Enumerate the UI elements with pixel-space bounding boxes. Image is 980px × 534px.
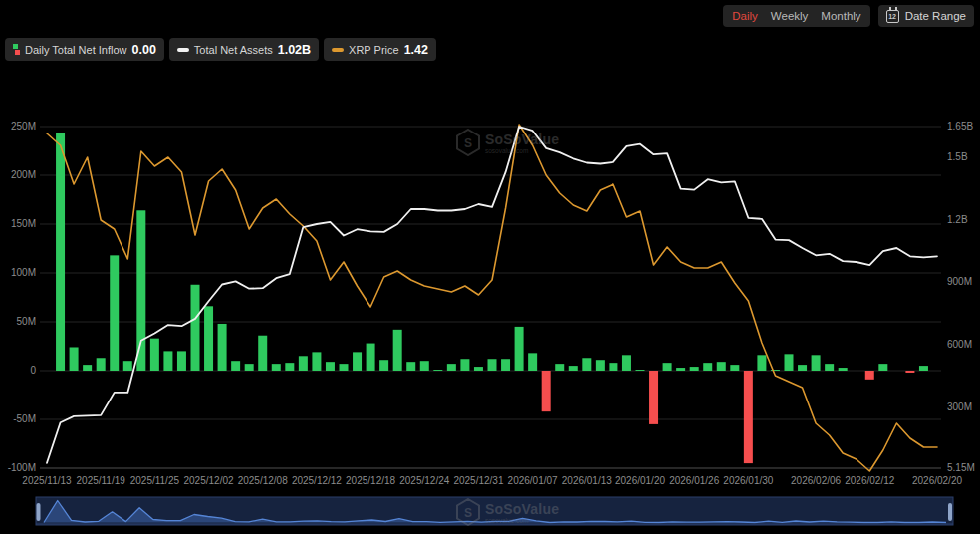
period-controls: Daily Weekly Monthly 12 Date Range [723, 5, 974, 27]
right-axis-label: 900M [947, 276, 972, 287]
inflow-bar-positive [825, 364, 834, 371]
inflow-bar-negative [744, 371, 753, 463]
combo-chart: 250M200M150M100M50M0-50M-100M1.65B1.5B1.… [0, 0, 980, 534]
right-axis-label: 1.65B [947, 121, 973, 132]
x-axis-date-label: 2025/11/19 [77, 475, 126, 486]
inflow-bar-positive [326, 362, 335, 371]
inflow-bar-positive [406, 362, 415, 371]
left-axis-label: -50M [13, 413, 36, 424]
inflow-bar-positive [501, 359, 510, 371]
legend-label: Daily Total Net Inflow [25, 44, 127, 56]
inflow-bar-positive [97, 358, 106, 371]
inflow-bar-positive [204, 306, 213, 371]
orange-line-icon [332, 48, 344, 52]
inflow-bar-positive [393, 330, 402, 371]
legend-label: XRP Price [349, 44, 399, 56]
navigator-left-handle[interactable] [37, 503, 41, 521]
x-axis-date-label: 2025/12/24 [399, 475, 449, 486]
inflow-bar-positive [798, 365, 807, 371]
inflow-bar-negative [865, 371, 874, 380]
date-range-label: Date Range [905, 10, 966, 22]
x-axis-date-label: 2025/12/18 [346, 475, 395, 486]
x-axis-date-label: 2026/02/06 [791, 475, 841, 486]
inflow-bar-positive [312, 352, 321, 371]
inflow-bar-positive [757, 355, 766, 371]
inflow-bar-positive [528, 353, 537, 371]
x-axis-date-label: 2026/01/30 [723, 475, 773, 486]
navigator-right-handle[interactable] [948, 503, 952, 521]
inflow-bar-positive [596, 360, 605, 371]
inflow-bar-positive [433, 370, 442, 371]
inflow-bar-positive [878, 364, 887, 371]
inflow-bar-positive [717, 362, 726, 371]
inflow-bar-positive [218, 324, 227, 371]
right-axis-label: 5.15M [947, 462, 975, 473]
inflow-bars-icon [13, 44, 20, 55]
date-range-button[interactable]: 12 Date Range [878, 5, 974, 27]
legend-value: 0.00 [132, 43, 156, 57]
inflow-bar-negative [649, 371, 658, 424]
x-axis-date-label: 2026/01/26 [669, 475, 719, 486]
chart-legend: Daily Total Net Inflow 0.00 Total Net As… [5, 38, 436, 61]
inflow-bar-positive [340, 364, 349, 371]
inflow-bar-positive [609, 363, 617, 371]
inflow-bar-positive [299, 356, 308, 371]
x-axis-date-label: 2026/02/12 [845, 475, 894, 486]
left-axis-label: 50M [17, 316, 36, 327]
right-axis-label: 300M [947, 401, 972, 412]
inflow-bar-positive [839, 368, 848, 371]
left-axis-label: 100M [11, 267, 36, 278]
inflow-bar-positive [730, 365, 739, 371]
inflow-bar-positive [136, 210, 145, 371]
inflow-bar-positive [110, 255, 119, 371]
tab-monthly[interactable]: Monthly [821, 8, 860, 24]
inflow-bar-negative [542, 371, 551, 411]
legend-daily-net-inflow[interactable]: Daily Total Net Inflow 0.00 [5, 38, 164, 61]
inflow-bar-negative [905, 371, 914, 373]
period-tab-group: Daily Weekly Monthly [723, 5, 869, 27]
inflow-bar-positive [163, 351, 172, 371]
inflow-bar-positive [56, 134, 65, 371]
inflow-bar-positive [245, 364, 254, 371]
x-axis-date-label: 2026/01/20 [615, 475, 665, 486]
legend-xrp-price[interactable]: XRP Price 1.42 [324, 38, 436, 61]
tab-daily[interactable]: Daily [732, 8, 758, 24]
legend-total-net-assets[interactable]: Total Net Assets 1.02B [169, 38, 319, 61]
inflow-bar-positive [447, 364, 456, 371]
legend-value: 1.02B [278, 43, 311, 57]
inflow-bar-positive [379, 360, 388, 371]
inflow-bar-positive [555, 364, 564, 371]
left-axis-label: 200M [11, 169, 36, 180]
inflow-bar-positive [582, 358, 591, 371]
calendar-icon: 12 [886, 10, 899, 23]
left-axis-label: 250M [11, 121, 36, 132]
x-axis-date-label: 2026/02/20 [912, 475, 962, 486]
inflow-bar-positive [83, 365, 92, 371]
left-axis-label: 0 [30, 365, 36, 376]
tab-weekly[interactable]: Weekly [771, 8, 809, 24]
inflow-bar-positive [676, 368, 685, 371]
inflow-bar-positive [663, 363, 672, 371]
x-axis-date-label: 2025/12/12 [292, 475, 342, 486]
x-axis-date-label: 2025/11/25 [130, 475, 180, 486]
inflow-bar-positive [785, 354, 794, 371]
left-axis-label: -100M [8, 462, 36, 473]
inflow-bar-positive [353, 352, 362, 371]
inflow-bar-positive [515, 327, 524, 371]
inflow-bar-positive [420, 361, 429, 371]
inflow-bar-positive [123, 361, 132, 371]
inflow-bar-positive [690, 367, 699, 371]
inflow-bar-positive [703, 363, 712, 371]
right-axis-label: 1.2B [947, 214, 968, 225]
inflow-bar-positive [177, 351, 186, 371]
x-axis-date-label: 2025/12/02 [184, 475, 234, 486]
inflow-bar-positive [488, 359, 497, 371]
inflow-bar-positive [150, 339, 159, 371]
legend-value: 1.42 [404, 43, 428, 57]
left-axis-label: 150M [11, 218, 36, 229]
inflow-bar-positive [191, 285, 200, 371]
white-line-icon [177, 48, 189, 52]
x-axis-date-label: 2026/01/07 [508, 475, 558, 486]
inflow-bar-positive [569, 366, 578, 371]
x-axis-date-label: 2025/11/13 [22, 475, 72, 486]
